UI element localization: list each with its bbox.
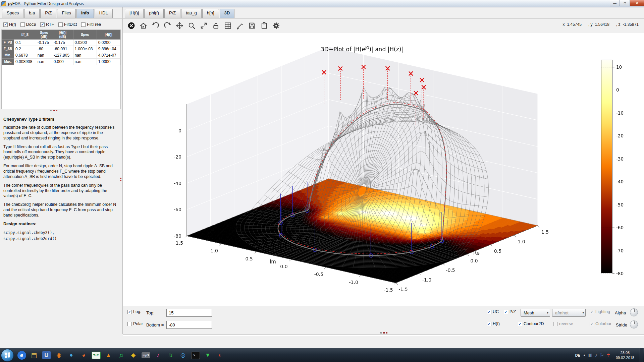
table-cell[interactable]: 0.1	[14, 40, 36, 46]
tab-3d[interactable]: 3D	[220, 9, 235, 18]
home-icon[interactable]	[139, 21, 148, 30]
tray-expand-icon[interactable]: ▲	[583, 354, 586, 357]
colorbar-checkbox[interactable]: ✓ Colorbar	[590, 321, 611, 326]
clock[interactable]: 23:08 09.02.2018	[613, 350, 637, 360]
table-cell[interactable]: 0.6878	[14, 52, 36, 59]
hf-overlay-checkbox[interactable]: ✓ H(f)	[487, 321, 500, 326]
table-cell[interactable]: 1.000e-03	[73, 46, 97, 52]
table-cell[interactable]: 0.000	[52, 59, 73, 65]
tab-info[interactable]: Info	[76, 9, 94, 18]
tray-network-icon[interactable]: ⚐	[600, 353, 604, 358]
docs-checkbox[interactable]: Doc$	[20, 22, 36, 27]
pan-icon[interactable]	[175, 21, 184, 30]
tab-hdl[interactable]: HDL	[95, 9, 113, 18]
tab-files[interactable]: Files	[57, 9, 75, 18]
tab-specs[interactable]: Specs	[2, 9, 23, 18]
taskbar-app-mp3tag[interactable]: mp3	[140, 349, 152, 362]
tab-pz-plot[interactable]: P/Z	[164, 9, 180, 18]
taskbar-app-vlc[interactable]: ▲	[102, 349, 115, 362]
zoom-icon[interactable]	[187, 21, 196, 30]
rtf-checkbox[interactable]: ✓ RTF	[40, 22, 54, 27]
table-cell[interactable]: -60	[36, 46, 52, 52]
tab-hf-mag[interactable]: |H(f)|	[125, 9, 144, 18]
bottom-input[interactable]	[166, 321, 212, 329]
table-cell[interactable]: nan	[36, 59, 52, 65]
draw-icon[interactable]	[235, 21, 245, 30]
table-cell[interactable]: -127.805	[52, 52, 73, 59]
table-cell[interactable]: 0.003908	[14, 59, 36, 65]
taskbar-app-spotify[interactable]: ♫	[115, 349, 127, 362]
polar-checkbox[interactable]: Polar	[127, 321, 143, 326]
top-input[interactable]	[166, 309, 212, 317]
alpha-dial[interactable]	[630, 308, 638, 316]
log-console[interactable]: [ INFO ]Start filter design using method…	[123, 335, 644, 336]
taskbar-app-internet-explorer[interactable]: e	[15, 349, 28, 362]
expand-icon[interactable]	[199, 21, 208, 30]
taskbar-app-music[interactable]: ♪	[152, 349, 164, 362]
taskbar-app-explorer[interactable]: ▤	[28, 349, 40, 362]
stride-dial[interactable]	[630, 320, 638, 328]
tab-ba[interactable]: b,a	[24, 9, 40, 18]
taskbar-app-terminal[interactable]: >_	[189, 349, 202, 362]
lock-open-icon[interactable]	[211, 21, 220, 30]
undo-icon[interactable]	[151, 21, 160, 30]
table-cell[interactable]: -0.175	[36, 40, 52, 46]
splitter-handle[interactable]	[50, 110, 57, 111]
taskbar-app-texstudio[interactable]: TxC	[90, 349, 102, 362]
clipboard-icon[interactable]	[260, 21, 269, 30]
save-icon[interactable]	[248, 21, 257, 30]
close-button[interactable]: ✕	[630, 0, 644, 6]
lighting-checkbox[interactable]: ✓ Lighting	[590, 309, 610, 314]
taskbar-app-blue[interactable]: ●	[65, 349, 77, 362]
taskbar-app-office[interactable]: ◆	[127, 349, 140, 362]
tab-hn[interactable]: h[n]	[202, 9, 219, 18]
taskbar-app-media[interactable]: ◐	[214, 349, 226, 362]
hf-checkbox[interactable]: ✓ H(f)	[3, 22, 16, 27]
language-indicator[interactable]: DE	[575, 353, 580, 357]
filttree-checkbox[interactable]: FiltTree	[81, 22, 101, 27]
tab-phi[interactable]: phi(f)	[144, 9, 164, 18]
taskbar-app-browser[interactable]: ◎	[177, 349, 189, 362]
table-cell[interactable]: 0.0200	[73, 40, 97, 46]
table-cell[interactable]: nan	[73, 59, 97, 65]
minimize-button[interactable]: —	[610, 0, 620, 6]
settings-gear-icon[interactable]	[272, 21, 281, 30]
filtdict-checkbox[interactable]: FiltDict	[58, 22, 77, 27]
table-cell[interactable]: -60.091	[52, 46, 73, 52]
splitter-handle[interactable]	[380, 332, 387, 334]
pz-checkbox[interactable]: ✓ P/Z	[504, 309, 516, 314]
close-icon[interactable]	[127, 21, 136, 30]
taskbar-app-utorrent[interactable]: U	[40, 349, 53, 362]
table-cell[interactable]: nan	[36, 52, 52, 59]
table-cell[interactable]: 4.071e-07	[97, 52, 120, 59]
tray-display-icon[interactable]: ▥	[588, 353, 592, 358]
3d-surface-plot[interactable]	[123, 33, 644, 306]
colormap-select[interactable]: afmhot ▾	[552, 309, 586, 317]
table-cell[interactable]: 1.0000	[97, 59, 120, 65]
tab-pz[interactable]: P/Z	[40, 9, 56, 18]
uc-checkbox[interactable]: ✓ UC	[487, 309, 499, 314]
taskbar-app-wifi[interactable]: ≋	[164, 349, 177, 362]
table-cell[interactable]: nan	[73, 52, 97, 59]
tray-volume-icon[interactable]: ♪	[595, 353, 597, 358]
taskbar-app-jdownloader[interactable]: ▼	[202, 349, 214, 362]
titlebar[interactable]: pyFDA - Python Filter Design and Analysi…	[0, 0, 644, 7]
show-desktop-button[interactable]	[640, 348, 643, 362]
contour2d-checkbox[interactable]: ✓ Contour2D	[518, 321, 544, 326]
table-cell[interactable]: 9.896e-04	[97, 46, 120, 52]
taskbar-app-orange[interactable]: ◉	[53, 349, 65, 362]
splitter-handle[interactable]	[120, 178, 121, 181]
tray-antivirus-icon[interactable]: ☂	[606, 353, 610, 358]
maximize-button[interactable]: □	[620, 0, 630, 6]
plot-mode-select[interactable]: Mesh ▾	[521, 309, 550, 317]
table-cell[interactable]: 0.0200	[97, 40, 120, 46]
table-cell[interactable]: 0.2	[14, 46, 36, 52]
tab-tau-g[interactable]: tau_g	[181, 9, 202, 18]
redo-icon[interactable]	[163, 21, 172, 30]
table-cell[interactable]: -0.175	[52, 40, 73, 46]
taskbar-app-firefox[interactable]: ◕	[77, 349, 90, 362]
start-button[interactable]	[1, 349, 14, 362]
grid-icon[interactable]	[223, 21, 232, 30]
reverse-checkbox[interactable]: reverse	[553, 321, 573, 326]
log-checkbox[interactable]: ✓ Log.	[127, 309, 141, 314]
